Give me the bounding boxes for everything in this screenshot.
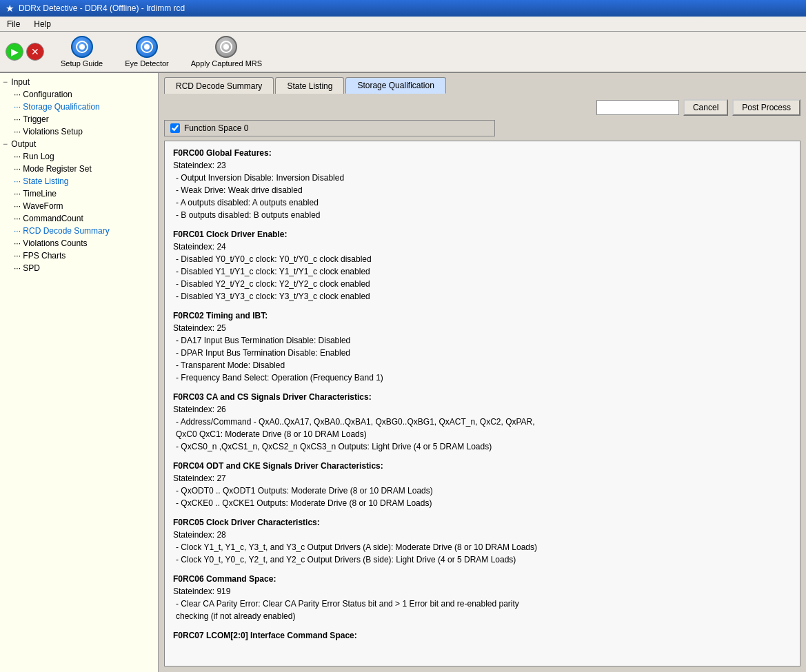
section-f0rc02-line0: - DA17 Input Bus Termination Disable: Di… bbox=[173, 334, 792, 347]
section-f0rc03-line0: - Address/Command - QxA0..QxA17, QxBA0..… bbox=[173, 416, 792, 428]
sidebar: − Input ··· Configuration ··· Storage Qu… bbox=[0, 73, 159, 672]
section-f0rc02-index: Stateindex: 25 bbox=[173, 322, 792, 334]
eye-detector-tool[interactable]: Eye Detector bbox=[119, 34, 174, 69]
search-input[interactable] bbox=[596, 100, 679, 115]
section-f0rc00-line2: - A outputs disabled: A outputs enabled bbox=[173, 196, 792, 209]
section-f0rc04-title: F0RC04 ODT and CKE Signals Driver Charac… bbox=[173, 460, 792, 472]
section-f0rc00: F0RC00 Global Features: Stateindex: 23 -… bbox=[173, 147, 792, 221]
function-space-label: Function Space 0 bbox=[184, 123, 248, 133]
sidebar-item-input[interactable]: − Input bbox=[0, 76, 158, 88]
sidebar-item-command-count[interactable]: ··· CommandCount bbox=[0, 212, 158, 225]
sidebar-item-output[interactable]: − Output bbox=[0, 138, 158, 150]
menu-file[interactable]: File bbox=[4, 18, 23, 30]
menu-help[interactable]: Help bbox=[31, 18, 54, 30]
app-icon: ★ bbox=[6, 3, 14, 14]
section-f0rc00-index: Stateindex: 23 bbox=[173, 159, 792, 172]
content-area: RCD Decode Summary State Listing Storage… bbox=[159, 73, 806, 672]
tab-content: Cancel Post Process Function Space 0 F0R… bbox=[159, 94, 806, 672]
setup-guide-icon bbox=[71, 36, 93, 58]
section-f0rc06-line1: checking (if not already enabled) bbox=[173, 610, 792, 622]
function-space-row: Function Space 0 bbox=[164, 120, 495, 136]
tab-storage-qualification[interactable]: Storage Qualification bbox=[345, 77, 445, 94]
section-f0rc06-title: F0RC06 Command Space: bbox=[173, 573, 792, 585]
apply-captured-label: Apply Captured MRS bbox=[191, 59, 262, 68]
apply-captured-tool[interactable]: Apply Captured MRS bbox=[185, 34, 268, 69]
section-f0rc01-line3: - Disabled Y3_t/Y3_c clock: Y3_t/Y3_c cl… bbox=[173, 290, 792, 303]
section-f0rc02-title: F0RC02 Timing and IBT: bbox=[173, 309, 792, 322]
sidebar-item-trigger[interactable]: ··· Trigger bbox=[0, 113, 158, 125]
section-f0rc05-line0: - Clock Y1_t, Y1_c, Y3_t, and Y3_c Outpu… bbox=[173, 541, 792, 553]
main-layout: − Input ··· Configuration ··· Storage Qu… bbox=[0, 73, 806, 672]
setup-guide-label: Setup Guide bbox=[61, 59, 103, 68]
eye-detector-label: Eye Detector bbox=[125, 59, 169, 68]
section-f0rc06-index: Stateindex: 919 bbox=[173, 585, 792, 598]
section-f0rc05-title: F0RC05 Clock Driver Characteristics: bbox=[173, 516, 792, 529]
section-f0rc01: F0RC01 Clock Driver Enable: Stateindex: … bbox=[173, 228, 792, 303]
tab-state-listing[interactable]: State Listing bbox=[275, 77, 344, 94]
nav-button-group: ▶ ✕ bbox=[6, 43, 44, 61]
svg-point-3 bbox=[144, 44, 150, 50]
tab-bar: RCD Decode Summary State Listing Storage… bbox=[159, 73, 806, 94]
svg-point-1 bbox=[79, 44, 85, 50]
section-f0rc04-line0: - QxODT0 .. QxODT1 Outputs: Moderate Dri… bbox=[173, 485, 792, 497]
setup-guide-tool[interactable]: Setup Guide bbox=[55, 34, 108, 69]
section-f0rc01-title: F0RC01 Clock Driver Enable: bbox=[173, 228, 792, 241]
toolbar: ▶ ✕ Setup Guide Eye Detector Apply Ca bbox=[0, 32, 806, 73]
section-f0rc02: F0RC02 Timing and IBT: Stateindex: 25 - … bbox=[173, 309, 792, 384]
section-f0rc07-title: F0RC07 LCOM[2:0] Interface Command Space… bbox=[173, 629, 792, 642]
section-f0rc00-title: F0RC00 Global Features: bbox=[173, 147, 792, 159]
cancel-button[interactable]: Cancel bbox=[683, 99, 728, 116]
sidebar-item-violations-counts[interactable]: ··· Violations Counts bbox=[0, 237, 158, 250]
section-f0rc05: F0RC05 Clock Driver Characteristics: Sta… bbox=[173, 516, 792, 566]
content-toolbar: Cancel Post Process bbox=[164, 99, 800, 116]
section-f0rc00-line0: - Output Inversion Disable: Inversion Di… bbox=[173, 172, 792, 184]
sidebar-item-mode-register-set[interactable]: ··· Mode Register Set bbox=[0, 163, 158, 175]
go-button[interactable]: ▶ bbox=[6, 43, 23, 61]
section-f0rc01-line1: - Disabled Y1_t/Y1_c clock: Y1_t/Y1_c cl… bbox=[173, 265, 792, 278]
section-f0rc04-line1: - QxCKE0 .. QxCKE1 Outputs: Moderate Dri… bbox=[173, 497, 792, 509]
section-f0rc01-line2: - Disabled Y2_t/Y2_c clock: Y2_t/Y2_c cl… bbox=[173, 278, 792, 290]
sidebar-item-spd[interactable]: ··· SPD bbox=[0, 262, 158, 274]
sidebar-item-configuration[interactable]: ··· Configuration bbox=[0, 88, 158, 101]
section-f0rc06: F0RC06 Command Space: Stateindex: 919 - … bbox=[173, 573, 792, 622]
section-f0rc04: F0RC04 ODT and CKE Signals Driver Charac… bbox=[173, 460, 792, 509]
section-f0rc06-line0: - Clear CA Parity Error: Clear CA Parity… bbox=[173, 598, 792, 610]
window-title: DDRx Detective - DDR4 (Offline) - lrdimm… bbox=[19, 3, 185, 13]
eye-detector-icon bbox=[136, 36, 158, 58]
section-f0rc05-index: Stateindex: 28 bbox=[173, 529, 792, 541]
sidebar-item-run-log[interactable]: ··· Run Log bbox=[0, 150, 158, 163]
section-f0rc00-line3: - B outputs disabled: B outputs enabled bbox=[173, 209, 792, 221]
tab-rcd-decode-summary[interactable]: RCD Decode Summary bbox=[164, 77, 274, 94]
function-space-checkbox[interactable] bbox=[170, 123, 180, 133]
sidebar-item-violations-setup[interactable]: ··· Violations Setup bbox=[0, 125, 158, 138]
section-f0rc05-line1: - Clock Y0_t, Y0_c, Y2_t, and Y2_c Outpu… bbox=[173, 553, 792, 566]
section-f0rc01-line0: - Disabled Y0_t/Y0_c clock: Y0_t/Y0_c cl… bbox=[173, 253, 792, 265]
section-f0rc03-line1: QxC0 QxC1: Moderate Drive (8 or 10 DRAM … bbox=[173, 428, 792, 440]
sidebar-item-rcd-decode-summary[interactable]: ··· RCD Decode Summary bbox=[0, 225, 158, 237]
section-f0rc07: F0RC07 LCOM[2:0] Interface Command Space… bbox=[173, 629, 792, 642]
menu-bar: File Help bbox=[0, 17, 806, 32]
sidebar-item-storage-qualification[interactable]: ··· Storage Qualification bbox=[0, 101, 158, 113]
section-f0rc01-index: Stateindex: 24 bbox=[173, 241, 792, 253]
sidebar-item-state-listing[interactable]: ··· State Listing bbox=[0, 175, 158, 187]
section-f0rc02-line3: - Frequency Band Select: Operation (Freq… bbox=[173, 371, 792, 384]
post-process-button[interactable]: Post Process bbox=[732, 99, 800, 116]
section-f0rc03-title: F0RC03 CA and CS Signals Driver Characte… bbox=[173, 391, 792, 403]
section-f0rc02-line2: - Transparent Mode: Disabled bbox=[173, 359, 792, 371]
title-bar: ★ DDRx Detective - DDR4 (Offline) - lrdi… bbox=[0, 0, 806, 17]
sidebar-item-fps-charts[interactable]: ··· FPS Charts bbox=[0, 250, 158, 262]
scroll-content[interactable]: F0RC00 Global Features: Stateindex: 23 -… bbox=[164, 141, 800, 666]
svg-point-5 bbox=[223, 44, 229, 50]
section-f0rc00-line1: - Weak Drive: Weak drive disabled bbox=[173, 184, 792, 196]
section-f0rc03: F0RC03 CA and CS Signals Driver Characte… bbox=[173, 391, 792, 453]
section-f0rc02-line1: - DPAR Input Bus Termination Disable: En… bbox=[173, 347, 792, 359]
section-f0rc03-line2: - QxCS0_n ,QxCS1_n, QxCS2_n QxCS3_n Outp… bbox=[173, 440, 792, 453]
stop-button[interactable]: ✕ bbox=[26, 43, 44, 61]
sidebar-item-timeline[interactable]: ··· TimeLine bbox=[0, 187, 158, 200]
apply-captured-icon bbox=[215, 36, 237, 58]
sidebar-item-waveform[interactable]: ··· WaveForm bbox=[0, 200, 158, 212]
section-f0rc03-index: Stateindex: 26 bbox=[173, 403, 792, 416]
section-f0rc04-index: Stateindex: 27 bbox=[173, 472, 792, 485]
